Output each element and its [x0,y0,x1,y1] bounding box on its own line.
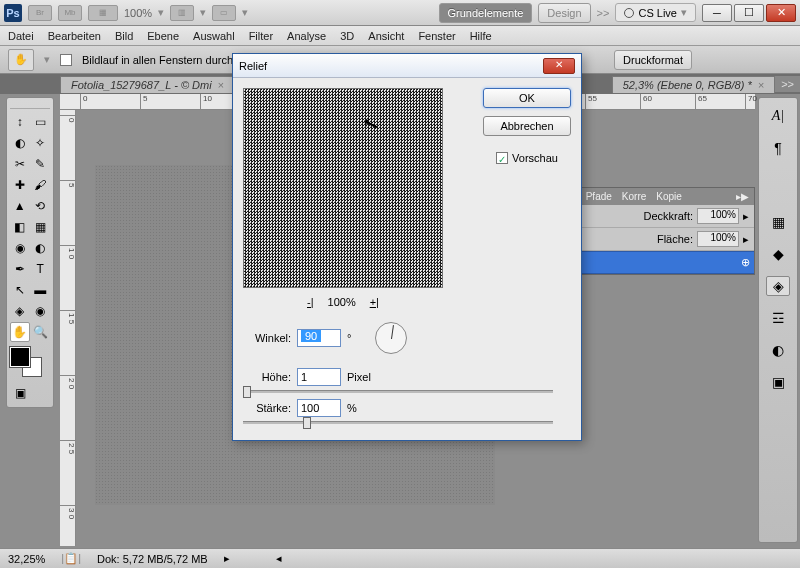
height-input[interactable] [297,368,341,386]
zoom-status[interactable]: 32,25% [8,553,45,565]
panel-para-icon[interactable]: ¶ [766,138,790,158]
angle-input[interactable]: 90 [297,329,341,347]
height-slider[interactable] [243,390,553,393]
panel-styles-icon[interactable]: ◆ [766,244,790,264]
strength-slider[interactable] [243,421,553,424]
cancel-button[interactable]: Abbrechen [483,116,571,136]
dodge-tool[interactable]: ◐ [31,238,51,258]
minimize-button[interactable]: ─ [702,4,732,22]
history-tool[interactable]: ⟲ [31,196,51,216]
panel-layers-icon[interactable]: ◈ [766,276,790,296]
lasso-tool[interactable]: ◐ [10,133,30,153]
frame-icon[interactable]: ▦ [88,5,118,21]
menu-filter[interactable]: Filter [249,30,273,42]
shape-tool[interactable]: ▬ [31,280,51,300]
layers-panel: nen Pfade Korre Kopie ▸▶ Deckkraft: 100%… [553,187,755,275]
pen-tool[interactable]: ✒ [10,259,30,279]
doc-tabs-more[interactable]: >> [775,76,800,92]
filter-preview[interactable] [243,88,443,288]
workspace-design[interactable]: Design [538,3,590,23]
camera-tool[interactable]: ◉ [31,301,51,321]
ok-button[interactable]: OK [483,88,571,108]
angle-label: Winkel: [243,332,291,344]
doc-status: Dok: 5,72 MB/5,72 MB [97,553,208,565]
hand-tool[interactable]: ✋ [10,322,30,342]
stamp-tool[interactable]: ▲ [10,196,30,216]
angle-dial[interactable] [375,322,407,354]
panel-char-icon[interactable]: A| [766,106,790,126]
hand-tool-icon[interactable]: ✋ [8,49,34,71]
menu-datei[interactable]: Datei [8,30,34,42]
zoom-in-button[interactable]: +| [370,296,379,308]
color-swatch[interactable] [10,347,50,379]
panel-3d-icon[interactable]: ▣ [766,372,790,392]
menu-analyse[interactable]: Analyse [287,30,326,42]
eraser-tool[interactable]: ◧ [10,217,30,237]
panel-swatch-icon[interactable]: ▦ [766,212,790,232]
layers-tab-pfade[interactable]: Pfade [581,188,617,205]
relief-dialog: Relief ✕ OK Abbrechen ✓ Vorschau -| 100%… [232,53,582,441]
panel-mask-icon[interactable]: ◐ [766,340,790,360]
path-tool[interactable]: ↖ [10,280,30,300]
fill-input[interactable]: 100% [697,231,739,247]
doc-tab-1[interactable]: Fotolia_15279687_L - © Dmi× [60,76,235,93]
menu-hilfe[interactable]: Hilfe [470,30,492,42]
wand-tool[interactable]: ✧ [31,133,51,153]
angle-unit: ° [347,332,351,344]
zoom-display[interactable]: 100% [124,7,152,19]
workspace-grundelemente[interactable]: Grundelemente [439,3,533,23]
ps-logo: Ps [4,4,22,22]
layers-tab-kopie[interactable]: Kopie [651,188,687,205]
marquee-tool[interactable]: ▭ [31,112,51,132]
workspace-more[interactable]: >> [597,7,610,19]
dialog-titlebar[interactable]: Relief ✕ [233,54,581,78]
bildlauf-checkbox[interactable] [60,54,72,66]
preview-label: Vorschau [512,152,558,164]
ruler-vertical: 0 5 1 0 1 5 2 0 2 5 3 0 [60,110,76,546]
layer-link-icon[interactable]: ⊕ [741,256,750,269]
type-tool[interactable]: T [31,259,51,279]
doc-tab-2[interactable]: 52,3% (Ebene 0, RGB/8) *× [612,76,775,93]
minibridge-button[interactable]: Mb [58,5,82,21]
crop-tool[interactable]: ✂ [10,154,30,174]
bridge-button[interactable]: Br [28,5,52,21]
layers-tab-more[interactable]: ▸▶ [731,188,754,205]
maximize-button[interactable]: ☐ [734,4,764,22]
opacity-input[interactable]: 100% [697,208,739,224]
cslive-button[interactable]: CS Live▾ [615,3,696,22]
zoom-tool[interactable]: 🔍 [31,322,51,342]
zoom-out-button[interactable]: -| [307,296,314,308]
quickmask-tool[interactable]: ▣ [10,383,30,403]
menu-bar: Datei Bearbeiten Bild Ebene Auswahl Filt… [0,26,800,46]
dialog-title: Relief [239,60,267,72]
status-bar: 32,25% |📋| Dok: 5,72 MB/5,72 MB ▸ ◂ [0,548,800,568]
menu-fenster[interactable]: Fenster [418,30,455,42]
right-dock: A| ¶ ▦ ◆ ◈ ☲ ◐ ▣ [758,97,798,543]
strength-input[interactable] [297,399,341,417]
menu-3d[interactable]: 3D [340,30,354,42]
heal-tool[interactable]: ✚ [10,175,30,195]
screen-mode-icon[interactable]: ▭ [212,5,236,21]
brush-tool[interactable]: 🖌 [31,175,51,195]
cslive-icon [624,8,634,18]
move-tool[interactable]: ↕ [10,112,30,132]
preview-checkbox[interactable]: ✓ [496,152,508,164]
panel-adjust-icon[interactable]: ☲ [766,308,790,328]
menu-auswahl[interactable]: Auswahl [193,30,235,42]
blur-tool[interactable]: ◉ [10,238,30,258]
eyedropper-tool[interactable]: ✎ [31,154,51,174]
dialog-close-button[interactable]: ✕ [543,58,575,74]
3d-tool[interactable]: ◈ [10,301,30,321]
close-button[interactable]: ✕ [766,4,796,22]
height-unit: Pixel [347,371,371,383]
view-arrange-icon[interactable]: ▥ [170,5,194,21]
druckformat-button[interactable]: Druckformat [614,50,692,70]
layer-item-0[interactable]: ne 0 ⊕ [554,251,754,274]
menu-ebene[interactable]: Ebene [147,30,179,42]
gradient-tool[interactable]: ▦ [31,217,51,237]
menu-bild[interactable]: Bild [115,30,133,42]
preview-zoom: 100% [328,296,356,308]
menu-bearbeiten[interactable]: Bearbeiten [48,30,101,42]
menu-ansicht[interactable]: Ansicht [368,30,404,42]
layers-tab-korre[interactable]: Korre [617,188,651,205]
